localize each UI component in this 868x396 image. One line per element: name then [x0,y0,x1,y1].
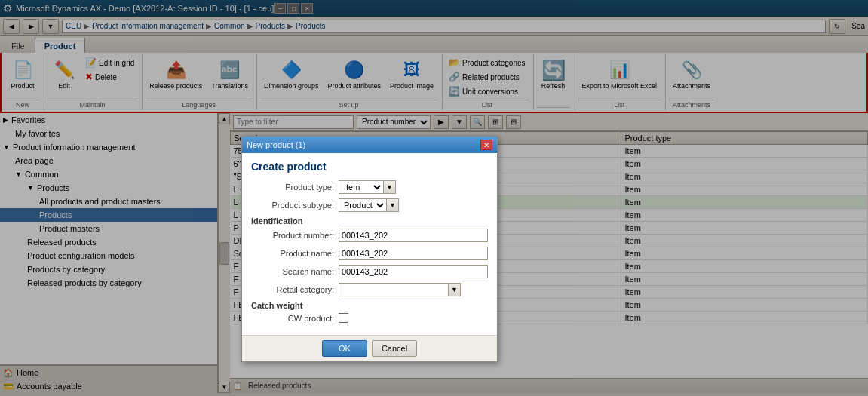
modal-close-btn[interactable]: ✕ [480,140,492,150]
product-name-row: Product name: [251,247,488,260]
product-type-label: Product type: [251,183,334,192]
product-name-input[interactable] [339,247,488,260]
cancel-button[interactable]: Cancel [372,340,417,357]
search-name-label: Search name: [251,267,334,276]
cw-product-label: CW product: [251,314,334,323]
cw-product-row: CW product: [251,313,488,323]
product-number-input[interactable] [339,229,488,242]
modal-heading: Create product [251,161,488,173]
ok-button[interactable]: OK [322,340,367,357]
product-number-row: Product number: [251,229,488,242]
modal-content: Create product Product type: Item ▼ Prod… [242,153,497,335]
product-type-select[interactable]: Item [339,180,384,194]
modal-footer: OK Cancel [242,335,497,361]
product-subtype-wrapper: Product ▼ [339,198,399,212]
modal-title-text: New product (1) [247,140,305,149]
product-type-dropdown-btn[interactable]: ▼ [384,180,396,194]
retail-category-label: Retail category: [251,285,334,294]
retail-category-wrapper: ▼ [339,283,461,296]
identification-header: Identification [251,216,488,226]
product-subtype-row: Product subtype: Product ▼ [251,198,488,212]
catch-weight-header: Catch weight [251,301,488,310]
search-name-row: Search name: [251,265,488,278]
retail-category-row: Retail category: ▼ [251,283,488,296]
product-subtype-select[interactable]: Product [339,198,387,212]
create-product-modal: New product (1) ✕ Create product Product… [241,136,498,362]
modal-titlebar: New product (1) ✕ [242,137,497,153]
modal-overlay: New product (1) ✕ Create product Product… [0,0,868,393]
cw-product-checkbox[interactable] [339,313,348,323]
retail-category-dropdown-btn[interactable]: ▼ [449,283,461,296]
product-type-row: Product type: Item ▼ [251,180,488,194]
search-name-input[interactable] [339,265,488,278]
retail-category-input[interactable] [339,283,449,296]
product-type-wrapper: Item ▼ [339,180,396,194]
product-subtype-dropdown-btn[interactable]: ▼ [387,198,399,212]
product-number-label: Product number: [251,231,334,240]
product-subtype-label: Product subtype: [251,201,334,210]
product-name-label: Product name: [251,249,334,258]
